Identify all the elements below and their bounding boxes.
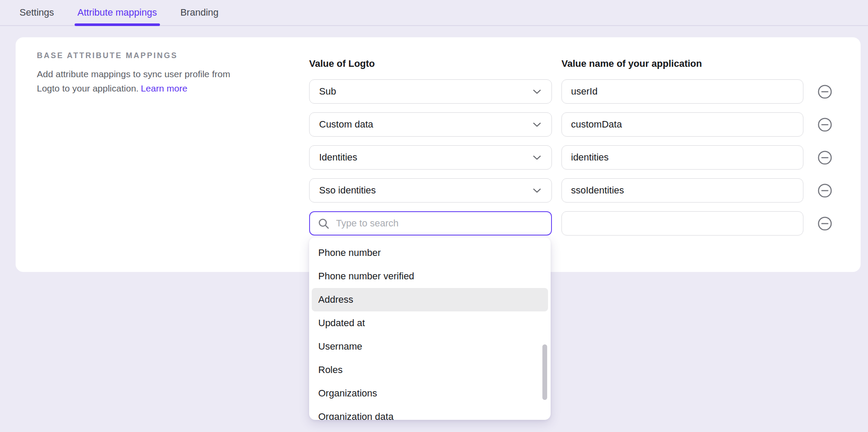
tab-label: Attribute mappings [78,7,157,18]
dropdown-option[interactable]: Phone number verified [312,265,548,288]
minus-circle-icon [818,183,832,198]
dropdown-option[interactable]: Username [312,335,548,358]
logto-value-select[interactable]: Custom data [309,112,552,137]
learn-more-link[interactable]: Learn more [141,83,187,93]
select-value: Identities [319,152,357,163]
mapping-row: Sub [309,79,832,104]
dropdown-option[interactable]: Roles [312,358,548,382]
section-description: Add attribute mappings to sync user prof… [37,67,249,95]
remove-row-button[interactable] [818,151,832,165]
mapping-row: Identities [309,145,832,170]
chevron-down-icon [533,155,541,160]
attribute-dropdown-menu: Phone numberPhone number verifiedAddress… [309,237,551,420]
select-value: Sso identities [319,185,376,196]
remove-row-button[interactable] [818,216,832,231]
logto-value-select[interactable]: Identities [309,145,552,170]
chevron-down-icon [533,122,541,127]
section-description-text: Add attribute mappings to sync user prof… [37,69,230,93]
tab-bar: Settings Attribute mappings Branding [0,0,868,26]
column-header-app-value: Value name of your application [561,58,702,69]
mapping-rows: SubCustom dataIdentitiesSso identities [309,79,832,244]
select-value: Custom data [319,119,373,130]
mapping-row-new [309,211,832,236]
column-header-logto-value: Value of Logto [309,58,561,69]
app-value-input[interactable] [561,145,803,170]
dropdown-scrollbar-thumb[interactable] [542,344,547,400]
dropdown-option[interactable]: Updated at [312,311,548,335]
mapping-row: Custom data [309,112,832,137]
column-headers: Value of Logto Value name of your applic… [309,58,702,69]
tab-branding[interactable]: Branding [180,0,219,25]
app-value-input[interactable] [561,178,803,203]
attribute-search-input[interactable] [336,218,543,229]
app-value-input[interactable] [561,211,803,236]
minus-circle-icon [818,151,832,165]
chevron-down-icon [533,188,541,193]
remove-row-button[interactable] [818,183,832,198]
remove-row-button[interactable] [818,85,832,99]
logto-value-select[interactable]: Sub [309,79,552,104]
dropdown-option[interactable]: Organization data [312,405,548,420]
minus-circle-icon [818,216,832,231]
active-tab-underline [75,23,160,26]
dropdown-option[interactable]: Address [312,288,548,311]
select-value: Sub [319,86,336,97]
tab-attribute-mappings[interactable]: Attribute mappings [78,0,157,25]
search-icon [318,218,330,229]
dropdown-option[interactable]: Phone number [312,241,548,265]
attribute-mappings-page: Settings Attribute mappings Branding BAS… [0,0,868,432]
logto-value-select[interactable]: Sso identities [309,178,552,203]
app-value-input[interactable] [561,79,803,104]
minus-circle-icon [818,85,832,99]
chevron-down-icon [533,89,541,94]
tab-settings[interactable]: Settings [20,0,54,25]
remove-row-button[interactable] [818,118,832,132]
section-title: BASE ATTRIBUTE MAPPINGS [37,51,249,60]
section-info: BASE ATTRIBUTE MAPPINGS Add attribute ma… [37,51,249,95]
dropdown-option[interactable]: Organizations [312,382,548,405]
app-value-input[interactable] [561,112,803,137]
minus-circle-icon [818,118,832,132]
attribute-search-box[interactable] [309,211,552,236]
mapping-row: Sso identities [309,178,832,203]
dropdown-options-list: Phone numberPhone number verifiedAddress… [309,241,551,420]
